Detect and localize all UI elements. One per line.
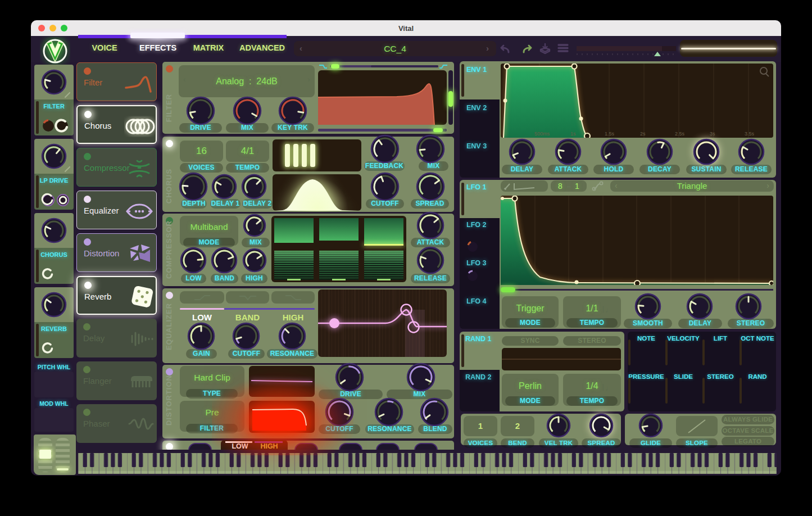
svg-text:1.5s: 1.5s [605,131,615,137]
svg-text:2.5s: 2.5s [675,131,685,137]
svg-text:2s: 2s [640,131,646,137]
svg-text:3s: 3s [710,131,715,137]
svg-text:500ms: 500ms [534,131,550,137]
svg-text:3.5s: 3.5s [745,131,755,137]
svg-text:1s: 1s [570,131,576,137]
